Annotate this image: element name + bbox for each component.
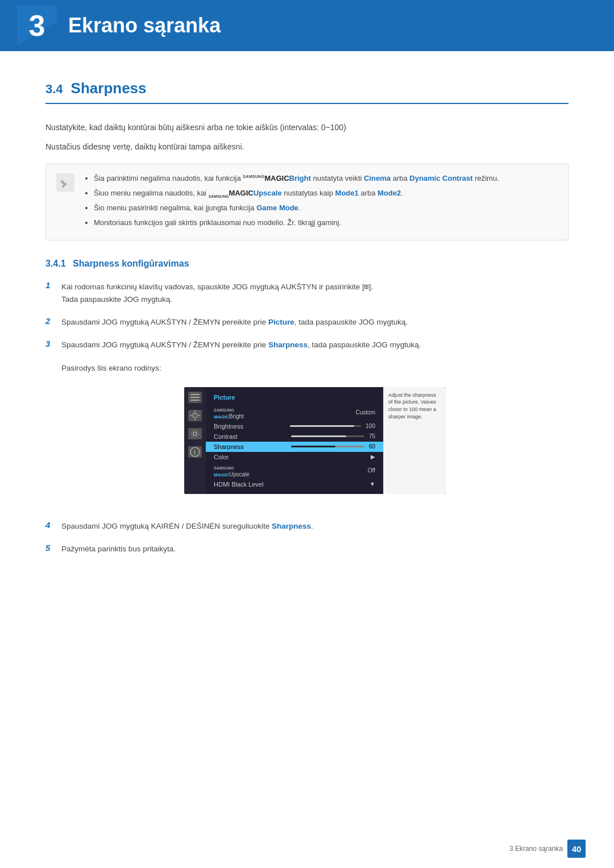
menu-label-color: Color [214,454,371,460]
menu-value-magicupscale: Off [368,467,375,474]
sharpness-bar [291,446,364,447]
menu-label-hdmi: HDMI Black Level [214,481,370,488]
step-2: 2 Spausdami JOG mygtuką AUKŠTYN / ŽEMYN … [45,316,569,329]
footer-chapter-label: 3 Ekrano sąranka [509,845,563,853]
menu-item-sharpness: Sharpness 60 [206,442,383,452]
monitor-icon-settings [188,428,202,439]
section-number: 3.4 [45,82,63,97]
menu-item-magicupscale: SAMSUNG MAGICUpscale Off [206,462,383,479]
monitor-screenshot: i Picture SAMSUNG MAGICBright [184,387,446,494]
step-3: 3 Spausdami JOG mygtuką AUKŠTYN / ŽEMYN … [45,339,569,510]
subsection-title: Sharpness konfigūravimas [73,259,189,268]
menu-item-color: Color ▶ [206,452,383,462]
step-text-5: Pažymėta parinktis bus pritaikyta. [61,543,569,555]
monitor-icon-brightness [188,410,202,421]
note-item-1: Šia parinktimi negalima naudotis, kai fu… [94,172,499,185]
chapter-number: 3 [29,9,45,43]
section-heading: 3.4 Sharpness [45,80,569,104]
step-num-2: 2 [45,316,61,326]
intro-line2: Nustačius didesnę vertę, daiktų kontūrai… [45,140,569,153]
page: 3 Ekrano sąranka 3.4 Sharpness Nustatyki… [0,0,614,868]
menu-value-magicbright: Custom [356,409,375,416]
menu-value-contrast: 75 [369,433,375,439]
svg-rect-4 [190,400,200,401]
subsection-number: 3.4.1 [45,259,66,268]
menu-value-brightness: 100 [366,423,375,429]
note-item-3: Šio meniu pasirinkti negalima, kai įjung… [94,202,499,214]
step-5: 5 Pažymėta parinktis bus pritaikyta. [45,543,569,555]
menu-item-brightness: Brightness 100 [206,421,383,431]
monitor-menu: Picture SAMSUNG MAGICBright Custom [206,387,383,494]
page-footer: 3 Ekrano sąranka 40 [509,840,586,858]
note-box: Šia parinktimi negalima naudotis, kai fu… [45,164,569,240]
step-num-3: 3 [45,339,61,348]
contrast-bar [291,435,364,437]
menu-item-magicbright: SAMSUNG MAGICBright Custom [206,404,383,421]
note-item-2: Šiuo meniu negalima naudotis, kai SAMSUN… [94,187,499,200]
main-content: 3.4 Sharpness Nustatykite, kad daiktų ko… [0,51,614,611]
monitor-sidebar: i [184,387,206,494]
brightness-bar [290,425,362,427]
step-text-1: Kai rodomas funkcinių klavišų vadovas, s… [61,280,569,306]
step-1: 1 Kai rodomas funkcinių klavišų vadovas,… [45,280,569,306]
svg-rect-2 [190,394,200,395]
note-icon [56,173,74,192]
step-num-1: 1 [45,280,61,290]
menu-item-hdmi: HDMI Black Level ▼ [206,479,383,489]
menu-value-hdmi: ▼ [370,481,375,487]
step-4: 4 Spausdami JOG mygtuką KAIRĖN / DEŠINĖN… [45,520,569,533]
menu-label-magicupscale: SAMSUNG MAGICUpscale [214,464,368,477]
menu-label-contrast: Contrast [214,433,287,440]
svg-point-10 [193,432,197,435]
section-title: Sharpness [71,80,147,97]
note-item-4: Monitoriaus funkcijos gali skirtis prikl… [94,217,499,229]
chapter-header: 3 Ekrano sąranka [0,0,614,51]
note-list: Šia parinktimi negalima naudotis, kai fu… [84,172,499,232]
menu-label-sharpness: Sharpness [214,443,287,450]
step-text-4: Spausdami JOG mygtuką KAIRĖN / DEŠINĖN s… [61,520,569,533]
svg-rect-3 [190,397,200,398]
step-text-2: Spausdami JOG mygtuką AUKŠTYN / ŽEMYN pe… [61,316,569,329]
menu-item-contrast: Contrast 75 [206,431,383,442]
svg-rect-1 [60,180,67,186]
chapter-number-box: 3 [17,6,57,45]
menu-label-magicbright: SAMSUNG MAGICBright [214,406,356,420]
steps-list: 1 Kai rodomas funkcinių klavišų vadovas,… [45,280,569,556]
menu-value-sharpness: 60 [369,443,375,450]
step-num-4: 4 [45,520,61,530]
step-text-3: Spausdami JOG mygtuką AUKŠTYN / ŽEMYN pe… [61,340,421,349]
monitor-icon-info: i [188,446,202,458]
monitor-icon-menu [188,392,202,403]
monitor-tooltip: Adjust the sharpness of the picture. Val… [383,387,446,494]
step-sub-3: Pasirodys šis ekrano rodinys: [61,364,161,372]
subsection-heading: 3.4.1 Sharpness konfigūravimas [45,259,569,269]
menu-value-color: ▶ [371,454,375,460]
page-number-badge: 40 [567,840,586,858]
step-num-5: 5 [45,543,61,553]
menu-label-brightness: Brightness [214,423,285,430]
menu-header: Picture [206,392,383,403]
svg-point-11 [192,430,198,437]
pencil-icon [60,177,71,188]
intro-line1: Nustatykite, kad daiktų kontūrai būtų ai… [45,121,569,134]
chapter-title: Ekrano sąranka [68,14,221,38]
svg-point-5 [193,413,197,418]
svg-text:i: i [194,449,196,455]
